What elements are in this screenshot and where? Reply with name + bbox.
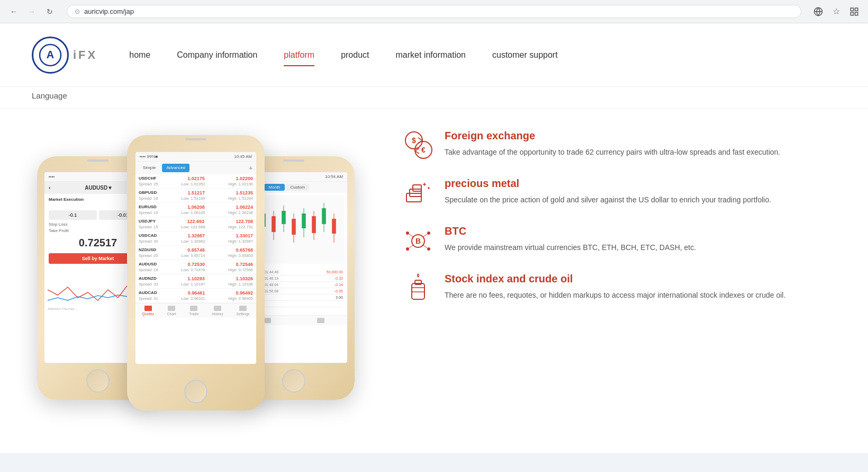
svg-rect-21 (312, 216, 316, 233)
left-signal: ▪▪▪▪ (49, 174, 55, 179)
phone-right-home (282, 369, 305, 393)
nav-market-info[interactable]: market information (396, 45, 466, 65)
quote-row[interactable]: GBPUSD 1.51217 1.51235 Spread: 18 Low: 1… (135, 189, 256, 203)
svg-point-42 (427, 247, 430, 251)
browser-nav-buttons: ← → ↻ (6, 4, 57, 19)
chart-icon (168, 306, 175, 311)
nav-home[interactable]: home (129, 45, 150, 65)
quotes-list: USDCHF 1.02175 1.02200 Spread: 25 Low: 1… (135, 174, 256, 303)
quote-row[interactable]: AUDCAD 0.96461 0.96492 Spread: 31 Low: 0… (135, 289, 256, 303)
add-button[interactable]: + (249, 164, 253, 172)
logo-icon: A (32, 37, 69, 74)
forward-button[interactable]: → (24, 4, 39, 19)
right-settings-tab[interactable] (317, 318, 324, 323)
svg-point-39 (406, 231, 409, 235)
main-nav: home Company information platform produc… (129, 45, 836, 65)
svg-rect-4 (851, 12, 853, 15)
feature-metal-desc: Speculate on the price action of gold an… (445, 194, 771, 206)
phones-container: ▪▪▪▪ 10:50 AM ‹ AUDUSD▼ Market Execution (21, 124, 381, 432)
quote-row[interactable]: USDCHF 1.02175 1.02200 Spread: 25 Low: 1… (135, 174, 256, 189)
refresh-button[interactable]: ↻ (42, 4, 57, 19)
svg-rect-1 (851, 8, 853, 11)
phone-center-screen: ▪▪▪▪ 99%■ 10:45 AM Simple Advanced + USD… (135, 152, 256, 364)
feature-btc-desc: We provide mainstream virtual currencies… (445, 242, 696, 253)
settings-icon (239, 306, 247, 311)
header: A iFX home Company information platform … (0, 23, 868, 87)
svg-rect-25 (332, 219, 336, 234)
nav-product[interactable]: product (341, 45, 369, 65)
trade-tab[interactable]: Trade (189, 306, 198, 316)
feature-foreign-exchange: $ € Foreign exchange Take advantage of t… (402, 130, 836, 162)
features-section: $ € Foreign exchange Take advantage of t… (402, 124, 836, 320)
back-button[interactable]: ← (6, 4, 21, 19)
svg-rect-2 (855, 8, 858, 11)
svg-rect-15 (282, 211, 286, 224)
security-icon: ⊙ (75, 8, 80, 15)
logo[interactable]: A iFX (32, 37, 97, 74)
nav-customer-support[interactable]: customer support (492, 45, 558, 65)
phone-center-home (184, 380, 207, 403)
language-link[interactable]: Language (32, 91, 67, 100)
bottom-navigation: Quotes Chart Trade History (135, 303, 256, 318)
svg-line-46 (422, 245, 427, 248)
svg-rect-32 (413, 185, 421, 191)
quote-row[interactable]: AUDNZD 1.10293 1.10326 Spread: 33 Low: 1… (135, 274, 256, 289)
feature-fx-desc: Take advantage of the opportunity to tra… (445, 146, 780, 158)
center-time: 10:45 AM (234, 154, 252, 159)
bitcoin-icon: B (402, 225, 434, 257)
svg-rect-47 (412, 283, 424, 299)
language-bar: Language (0, 87, 868, 109)
svg-rect-3 (855, 12, 858, 15)
history-tab[interactable]: History (212, 306, 223, 316)
custom-tab[interactable]: Custom (286, 184, 310, 191)
feature-stock-content: Stock index and crude oil There are no f… (445, 273, 785, 301)
feature-stock-desc: There are no fees, requotes, or hidden m… (445, 289, 785, 301)
quote-row[interactable]: NZDUSD 0.65748 0.65768 Spread: 20 Low: 0… (135, 246, 256, 260)
quote-row[interactable]: AUDUSD 0.72530 0.72546 Spread: 16 Low: 0… (135, 260, 256, 274)
tab-advanced[interactable]: Advanced (162, 164, 189, 172)
svg-point-40 (427, 231, 430, 235)
svg-line-44 (422, 234, 427, 237)
phone-right-speaker (283, 159, 304, 162)
feature-stock-title: Stock index and crude oil (445, 273, 785, 285)
url-text[interactable]: auricvip.com/jap (84, 7, 134, 15)
extensions-button[interactable] (847, 4, 862, 19)
quotes-tab[interactable]: Quotes (142, 306, 154, 316)
trade-icon (190, 306, 197, 311)
feature-btc: B BTC We provide mainstream virtual curr… (402, 225, 836, 257)
feature-fx-content: Foreign exchange Take advantage of the o… (445, 130, 780, 158)
back-arrow: ‹ (49, 185, 50, 191)
website: WWikiFX WWikiFX WWikiFX WWikiFX WWikiFX … (0, 23, 868, 453)
history-icon (214, 306, 221, 311)
browser-actions: ☆ (811, 4, 862, 19)
bookmark-button[interactable]: ☆ (829, 4, 844, 19)
month-tab[interactable]: Month (264, 184, 284, 191)
chart-tab[interactable]: Chart (167, 306, 176, 316)
translate-button[interactable] (811, 4, 826, 19)
feature-btc-title: BTC (445, 225, 696, 237)
main-content: ▪▪▪▪ 10:50 AM ‹ AUDUSD▼ Market Execution (0, 109, 868, 453)
minus-btn[interactable]: -0.1 (49, 210, 97, 220)
gold-bar-icon (402, 177, 434, 209)
svg-text:€: € (421, 146, 426, 154)
left-pair: AUDUSD▼ (85, 185, 113, 191)
phone-left-home (86, 369, 110, 393)
nav-company-info[interactable]: Company information (177, 45, 257, 65)
feature-btc-content: BTC We provide mainstream virtual curren… (445, 225, 696, 253)
svg-text:$: $ (412, 136, 416, 145)
feature-stock: Stock index and crude oil There are no f… (402, 273, 836, 305)
quote-row[interactable]: USDCAD 1.32987 1.33017 Spread: 30 Low: 1… (135, 231, 256, 246)
tab-simple[interactable]: Simple (139, 164, 160, 172)
currency-exchange-icon: $ € (402, 130, 434, 162)
svg-rect-17 (292, 219, 296, 235)
nav-platform[interactable]: platform (284, 45, 314, 65)
svg-text:B: B (415, 237, 421, 245)
quote-row[interactable]: USDJPY 122.693 122.708 Spread: 15 Low: 1… (135, 217, 256, 231)
svg-text:A: A (47, 49, 54, 60)
svg-rect-19 (302, 213, 306, 228)
quote-row[interactable]: EURUSD 1.06208 1.06224 Spread: 16 Low: 1… (135, 203, 256, 217)
phone-center-notch (127, 135, 265, 143)
settings-tab[interactable]: Settings (236, 306, 249, 316)
feature-fx-title: Foreign exchange (445, 130, 780, 142)
feature-metal-content: precious metal Speculate on the price ac… (445, 177, 771, 206)
